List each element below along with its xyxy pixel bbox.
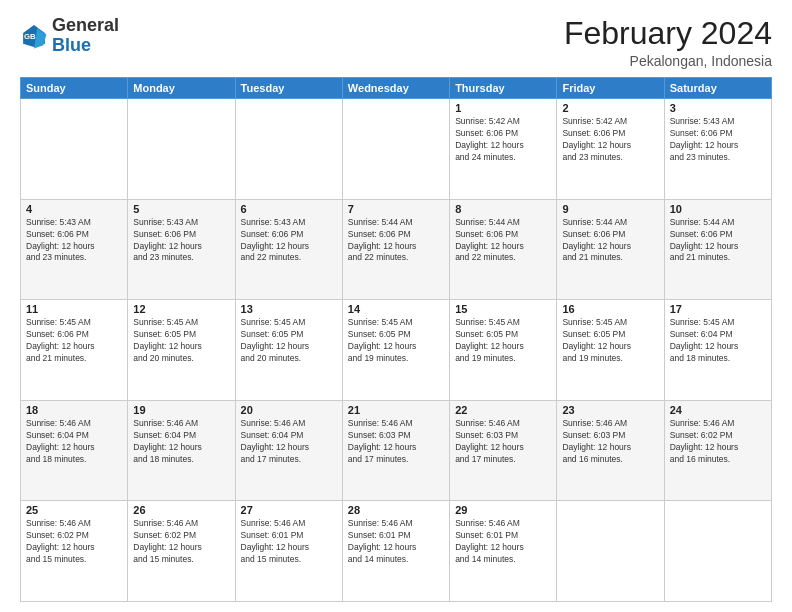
- subtitle: Pekalongan, Indonesia: [564, 53, 772, 69]
- calendar-cell: 18Sunrise: 5:46 AM Sunset: 6:04 PM Dayli…: [21, 400, 128, 501]
- day-info: Sunrise: 5:46 AM Sunset: 6:01 PM Dayligh…: [455, 518, 551, 566]
- day-number: 29: [455, 504, 551, 516]
- calendar-cell: 3Sunrise: 5:43 AM Sunset: 6:06 PM Daylig…: [664, 99, 771, 200]
- calendar-cell: 29Sunrise: 5:46 AM Sunset: 6:01 PM Dayli…: [450, 501, 557, 602]
- calendar-cell: 2Sunrise: 5:42 AM Sunset: 6:06 PM Daylig…: [557, 99, 664, 200]
- calendar-cell: 8Sunrise: 5:44 AM Sunset: 6:06 PM Daylig…: [450, 199, 557, 300]
- calendar-cell: 4Sunrise: 5:43 AM Sunset: 6:06 PM Daylig…: [21, 199, 128, 300]
- day-number: 22: [455, 404, 551, 416]
- calendar-cell: 19Sunrise: 5:46 AM Sunset: 6:04 PM Dayli…: [128, 400, 235, 501]
- day-number: 5: [133, 203, 229, 215]
- col-wednesday: Wednesday: [342, 78, 449, 99]
- calendar-cell: 24Sunrise: 5:46 AM Sunset: 6:02 PM Dayli…: [664, 400, 771, 501]
- day-info: Sunrise: 5:46 AM Sunset: 6:03 PM Dayligh…: [348, 418, 444, 466]
- main-title: February 2024: [564, 16, 772, 51]
- day-number: 3: [670, 102, 766, 114]
- day-info: Sunrise: 5:46 AM Sunset: 6:04 PM Dayligh…: [133, 418, 229, 466]
- day-number: 13: [241, 303, 337, 315]
- day-info: Sunrise: 5:45 AM Sunset: 6:05 PM Dayligh…: [348, 317, 444, 365]
- calendar-cell: 21Sunrise: 5:46 AM Sunset: 6:03 PM Dayli…: [342, 400, 449, 501]
- col-friday: Friday: [557, 78, 664, 99]
- day-number: 25: [26, 504, 122, 516]
- day-number: 11: [26, 303, 122, 315]
- day-info: Sunrise: 5:44 AM Sunset: 6:06 PM Dayligh…: [348, 217, 444, 265]
- calendar-cell: 26Sunrise: 5:46 AM Sunset: 6:02 PM Dayli…: [128, 501, 235, 602]
- day-info: Sunrise: 5:45 AM Sunset: 6:06 PM Dayligh…: [26, 317, 122, 365]
- logo-text: General Blue: [52, 16, 119, 56]
- calendar-cell: 14Sunrise: 5:45 AM Sunset: 6:05 PM Dayli…: [342, 300, 449, 401]
- logo: GB General Blue: [20, 16, 119, 56]
- day-info: Sunrise: 5:44 AM Sunset: 6:06 PM Dayligh…: [455, 217, 551, 265]
- day-info: Sunrise: 5:45 AM Sunset: 6:05 PM Dayligh…: [455, 317, 551, 365]
- calendar-cell: 25Sunrise: 5:46 AM Sunset: 6:02 PM Dayli…: [21, 501, 128, 602]
- calendar-cell: 27Sunrise: 5:46 AM Sunset: 6:01 PM Dayli…: [235, 501, 342, 602]
- day-info: Sunrise: 5:43 AM Sunset: 6:06 PM Dayligh…: [241, 217, 337, 265]
- calendar-cell: [235, 99, 342, 200]
- logo-blue-text: Blue: [52, 35, 91, 55]
- day-info: Sunrise: 5:46 AM Sunset: 6:03 PM Dayligh…: [562, 418, 658, 466]
- day-number: 19: [133, 404, 229, 416]
- day-number: 8: [455, 203, 551, 215]
- day-info: Sunrise: 5:45 AM Sunset: 6:05 PM Dayligh…: [133, 317, 229, 365]
- day-number: 10: [670, 203, 766, 215]
- calendar-cell: 10Sunrise: 5:44 AM Sunset: 6:06 PM Dayli…: [664, 199, 771, 300]
- day-info: Sunrise: 5:45 AM Sunset: 6:05 PM Dayligh…: [241, 317, 337, 365]
- day-info: Sunrise: 5:46 AM Sunset: 6:04 PM Dayligh…: [26, 418, 122, 466]
- day-number: 20: [241, 404, 337, 416]
- day-number: 6: [241, 203, 337, 215]
- day-number: 28: [348, 504, 444, 516]
- calendar-cell: 17Sunrise: 5:45 AM Sunset: 6:04 PM Dayli…: [664, 300, 771, 401]
- calendar-cell: 9Sunrise: 5:44 AM Sunset: 6:06 PM Daylig…: [557, 199, 664, 300]
- day-number: 21: [348, 404, 444, 416]
- calendar-cell: 15Sunrise: 5:45 AM Sunset: 6:05 PM Dayli…: [450, 300, 557, 401]
- calendar-cell: 20Sunrise: 5:46 AM Sunset: 6:04 PM Dayli…: [235, 400, 342, 501]
- day-number: 15: [455, 303, 551, 315]
- day-info: Sunrise: 5:42 AM Sunset: 6:06 PM Dayligh…: [455, 116, 551, 164]
- calendar-cell: 28Sunrise: 5:46 AM Sunset: 6:01 PM Dayli…: [342, 501, 449, 602]
- col-saturday: Saturday: [664, 78, 771, 99]
- day-info: Sunrise: 5:44 AM Sunset: 6:06 PM Dayligh…: [670, 217, 766, 265]
- calendar-week-5: 25Sunrise: 5:46 AM Sunset: 6:02 PM Dayli…: [21, 501, 772, 602]
- header: GB General Blue February 2024 Pekalongan…: [20, 16, 772, 69]
- day-info: Sunrise: 5:46 AM Sunset: 6:01 PM Dayligh…: [348, 518, 444, 566]
- calendar-cell: [21, 99, 128, 200]
- day-info: Sunrise: 5:45 AM Sunset: 6:05 PM Dayligh…: [562, 317, 658, 365]
- calendar-cell: [664, 501, 771, 602]
- day-info: Sunrise: 5:46 AM Sunset: 6:02 PM Dayligh…: [670, 418, 766, 466]
- calendar-cell: 11Sunrise: 5:45 AM Sunset: 6:06 PM Dayli…: [21, 300, 128, 401]
- day-info: Sunrise: 5:43 AM Sunset: 6:06 PM Dayligh…: [670, 116, 766, 164]
- calendar-cell: 23Sunrise: 5:46 AM Sunset: 6:03 PM Dayli…: [557, 400, 664, 501]
- day-number: 18: [26, 404, 122, 416]
- page: GB General Blue February 2024 Pekalongan…: [0, 0, 792, 612]
- calendar-cell: 22Sunrise: 5:46 AM Sunset: 6:03 PM Dayli…: [450, 400, 557, 501]
- calendar-cell: 1Sunrise: 5:42 AM Sunset: 6:06 PM Daylig…: [450, 99, 557, 200]
- calendar-week-2: 4Sunrise: 5:43 AM Sunset: 6:06 PM Daylig…: [21, 199, 772, 300]
- day-number: 12: [133, 303, 229, 315]
- calendar-cell: 13Sunrise: 5:45 AM Sunset: 6:05 PM Dayli…: [235, 300, 342, 401]
- calendar-week-4: 18Sunrise: 5:46 AM Sunset: 6:04 PM Dayli…: [21, 400, 772, 501]
- col-thursday: Thursday: [450, 78, 557, 99]
- day-info: Sunrise: 5:46 AM Sunset: 6:02 PM Dayligh…: [26, 518, 122, 566]
- calendar-cell: 7Sunrise: 5:44 AM Sunset: 6:06 PM Daylig…: [342, 199, 449, 300]
- calendar-cell: [128, 99, 235, 200]
- day-number: 7: [348, 203, 444, 215]
- title-block: February 2024 Pekalongan, Indonesia: [564, 16, 772, 69]
- calendar-cell: 5Sunrise: 5:43 AM Sunset: 6:06 PM Daylig…: [128, 199, 235, 300]
- day-info: Sunrise: 5:44 AM Sunset: 6:06 PM Dayligh…: [562, 217, 658, 265]
- day-number: 26: [133, 504, 229, 516]
- day-info: Sunrise: 5:45 AM Sunset: 6:04 PM Dayligh…: [670, 317, 766, 365]
- day-info: Sunrise: 5:46 AM Sunset: 6:04 PM Dayligh…: [241, 418, 337, 466]
- day-info: Sunrise: 5:42 AM Sunset: 6:06 PM Dayligh…: [562, 116, 658, 164]
- day-info: Sunrise: 5:43 AM Sunset: 6:06 PM Dayligh…: [26, 217, 122, 265]
- calendar-week-1: 1Sunrise: 5:42 AM Sunset: 6:06 PM Daylig…: [21, 99, 772, 200]
- day-number: 23: [562, 404, 658, 416]
- day-number: 9: [562, 203, 658, 215]
- day-info: Sunrise: 5:46 AM Sunset: 6:03 PM Dayligh…: [455, 418, 551, 466]
- calendar-header-row: Sunday Monday Tuesday Wednesday Thursday…: [21, 78, 772, 99]
- logo-icon: GB: [20, 22, 48, 50]
- calendar-cell: 6Sunrise: 5:43 AM Sunset: 6:06 PM Daylig…: [235, 199, 342, 300]
- calendar-cell: [342, 99, 449, 200]
- day-number: 24: [670, 404, 766, 416]
- day-number: 2: [562, 102, 658, 114]
- day-number: 14: [348, 303, 444, 315]
